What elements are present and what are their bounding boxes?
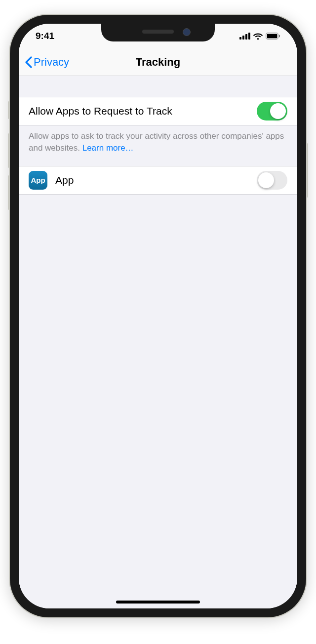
app-icon-text: App: [31, 176, 45, 184]
svg-rect-1: [242, 36, 244, 40]
app-row-left: App App: [29, 171, 74, 190]
app-name-label: App: [55, 174, 74, 186]
toggle-knob: [258, 172, 274, 188]
phone-device-frame: 9:41 Privacy Tracking Allow Apps to Requ…: [10, 15, 306, 617]
status-time: 9:41: [36, 31, 54, 41]
status-indicators: [239, 33, 280, 40]
battery-icon: [266, 33, 280, 40]
svg-rect-2: [245, 34, 247, 40]
allow-tracking-label: Allow Apps to Request to Track: [29, 105, 172, 117]
page-title: Tracking: [136, 56, 180, 69]
notch: [101, 24, 215, 41]
app-tracking-row: App App: [19, 166, 297, 195]
back-label: Privacy: [34, 56, 69, 69]
svg-rect-3: [248, 33, 250, 40]
home-indicator[interactable]: [116, 601, 200, 604]
allow-tracking-toggle[interactable]: [257, 102, 287, 121]
tracking-description: Allow apps to ask to track your activity…: [19, 125, 297, 166]
navigation-bar: Privacy Tracking: [19, 48, 297, 76]
power-button: [306, 143, 308, 198]
back-button[interactable]: Privacy: [25, 56, 69, 69]
toggle-knob: [270, 103, 286, 119]
app-icon: App: [29, 171, 47, 190]
content-area: Allow Apps to Request to Track Allow app…: [19, 76, 297, 608]
volume-down-button: [8, 175, 10, 210]
section-spacer: [19, 76, 297, 97]
volume-up-button: [8, 133, 10, 168]
svg-rect-0: [239, 37, 241, 40]
screen: 9:41 Privacy Tracking Allow Apps to Requ…: [19, 24, 297, 608]
wifi-icon: [253, 33, 263, 40]
allow-tracking-row: Allow Apps to Request to Track: [19, 97, 297, 125]
app-tracking-toggle[interactable]: [257, 171, 287, 190]
silence-switch: [8, 101, 10, 119]
chevron-left-icon: [25, 56, 32, 68]
svg-rect-6: [279, 35, 280, 38]
learn-more-link[interactable]: Learn more…: [82, 143, 134, 153]
cellular-icon: [239, 33, 250, 40]
description-text: Allow apps to ask to track your activity…: [29, 131, 284, 153]
svg-rect-5: [267, 34, 277, 39]
